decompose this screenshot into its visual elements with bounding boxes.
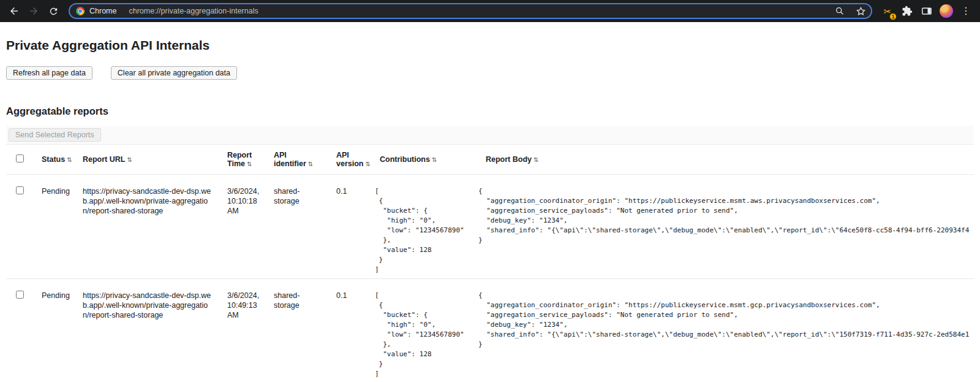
report-time-cell: 3/6/2024, 10:10:18 AM [217,175,264,220]
report-url-cell: https://privacy-sandcastle-dev-dsp.web.a… [73,175,217,220]
back-icon[interactable] [5,2,23,20]
reload-icon[interactable] [44,2,62,20]
report-body-cell: { "aggregation_coordinator_origin": "htt… [476,175,974,249]
row-select-cell [6,175,32,201]
sort-icon: ⇅ [247,161,252,167]
table-toolbar: Send Selected Reports [6,126,974,145]
send-selected-reports-button[interactable]: Send Selected Reports [9,128,101,142]
chrome-logo-icon [76,7,85,15]
header-select-cell [6,151,32,168]
api-identifier-cell: shared-storage [264,175,326,210]
menu-kebab-icon[interactable]: ⋮ [957,2,975,20]
row-checkbox[interactable] [16,186,24,194]
row-select-cell [6,279,32,305]
forward-icon[interactable] [24,2,43,20]
select-all-checkbox[interactable] [16,155,24,162]
extension-scissors-icon[interactable]: ✂ 1 [878,2,897,20]
report-body-cell: { "aggregation_coordinator_origin": "htt… [476,279,974,353]
column-header-report-body[interactable]: Report Body⇅ [476,151,974,167]
column-header-report-time[interactable]: Report Time⇅ [217,147,264,172]
api-identifier-cell: shared-storage [264,279,326,314]
api-version-cell: 0.1 [326,175,370,200]
column-header-api-version[interactable]: API version⇅ [326,147,370,172]
sort-icon: ⇅ [127,156,132,163]
column-header-report-url[interactable]: Report URL⇅ [73,151,217,167]
contributions-cell: [ { "bucket": { "high": "0", "low": "123… [370,279,476,382]
table-row: Pending https://privacy-sandcastle-dev-d… [6,279,974,382]
report-url-cell: https://privacy-sandcastle-dev-dsp.web.a… [73,279,217,324]
address-bar[interactable]: Chrome chrome://private-aggregation-inte… [69,3,872,19]
aggregatable-reports-table: Send Selected Reports Status⇅ Report URL… [6,126,974,382]
browser-toolbar: Chrome chrome://private-aggregation-inte… [0,0,980,22]
url-text: chrome://private-aggregation-internals [129,7,827,15]
row-checkbox[interactable] [16,291,24,299]
site-label: Chrome [89,7,116,15]
side-panel-icon[interactable] [918,2,936,20]
extension-badge: 1 [889,13,897,20]
status-cell: Pending [32,279,73,304]
column-header-status[interactable]: Status⇅ [32,151,73,167]
contributions-cell: [ { "bucket": { "high": "0", "low": "123… [370,175,476,278]
extensions-puzzle-icon[interactable] [898,2,916,20]
page-actions: Refresh all page data Clear all private … [6,66,974,80]
sort-icon: ⇅ [67,156,72,163]
page-content: Private Aggregation API Internals Refres… [0,38,980,382]
sort-icon: ⇅ [432,156,437,163]
sort-icon: ⇅ [365,161,370,167]
profile-avatar[interactable] [937,2,956,20]
report-time-cell: 3/6/2024, 10:49:13 AM [217,279,264,324]
status-cell: Pending [32,175,73,200]
bookmark-star-icon[interactable] [853,3,869,19]
search-icon[interactable] [832,3,848,19]
api-version-cell: 0.1 [326,279,370,304]
sort-icon: ⇅ [308,161,313,167]
sort-icon: ⇅ [533,156,538,163]
avatar [940,4,953,18]
column-header-contributions[interactable]: Contributions⇅ [370,151,476,167]
clear-all-button[interactable]: Clear all private aggregation data [111,66,237,80]
section-title: Aggregatable reports [6,105,974,117]
table-row: Pending https://privacy-sandcastle-dev-d… [6,175,974,279]
page-title: Private Aggregation API Internals [6,38,974,53]
column-header-api-identifier[interactable]: API identifier⇅ [264,147,326,172]
refresh-all-button[interactable]: Refresh all page data [6,66,92,80]
table-header-row: Status⇅ Report URL⇅ Report Time⇅ API ide… [6,145,974,175]
